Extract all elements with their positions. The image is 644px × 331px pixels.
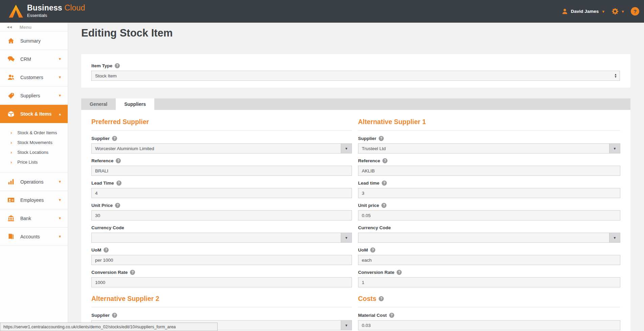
supplier-select[interactable]: Worcester Aluminium Limited▼ <box>91 143 352 153</box>
sidebar-item-label: CRM <box>20 56 31 62</box>
help-icon[interactable]: ? <box>116 181 121 186</box>
dropdown-button[interactable]: ▼ <box>341 321 352 330</box>
help-icon[interactable]: ? <box>382 158 387 163</box>
uom-input[interactable]: per 1000 <box>91 255 352 265</box>
bar-chart-icon <box>7 178 15 185</box>
sidebar-item-accounts[interactable]: Accounts▼ <box>0 228 68 246</box>
help-icon[interactable]: ? <box>379 136 384 141</box>
sidebar-item-customers[interactable]: Customers▼ <box>0 68 68 87</box>
caret-down-icon: ▼ <box>613 147 617 150</box>
dropdown-button[interactable]: ▼ <box>609 144 620 153</box>
tab-general[interactable]: General <box>81 98 116 110</box>
help-button[interactable]: ? <box>631 7 639 16</box>
lead-time-input[interactable]: 4 <box>91 188 352 198</box>
sidebar-item-operations[interactable]: Operations▼ <box>0 173 68 191</box>
reference-input[interactable]: AKLIB <box>358 166 620 176</box>
field-currency-code: Currency Code▼ <box>358 224 620 243</box>
box-icon <box>7 111 15 118</box>
field-label: Unit price? <box>358 202 620 208</box>
app-header: Business Cloud Essentials David James ▼ … <box>0 0 644 23</box>
chevron-down-icon: ▼ <box>601 9 605 14</box>
tab-suppliers[interactable]: Suppliers <box>116 98 154 110</box>
help-icon[interactable]: ? <box>112 313 117 318</box>
lead-time-input[interactable]: 3 <box>358 188 620 198</box>
supplier-select[interactable]: Trusteel Ltd▼ <box>358 143 620 153</box>
help-icon[interactable]: ? <box>130 270 135 275</box>
dropdown-button[interactable]: ▼ <box>609 233 620 242</box>
dropdown-button[interactable]: ▼ <box>341 144 352 153</box>
help-icon[interactable]: ? <box>104 247 109 253</box>
item-type-label: Item Type? <box>91 63 620 69</box>
help-icon[interactable]: ? <box>115 63 120 68</box>
sidebar-item-label: Employees <box>20 197 44 203</box>
help-icon[interactable]: ? <box>112 136 117 141</box>
page-title: Editing Stock Item <box>81 27 173 39</box>
chevron-down-icon: ▼ <box>58 75 62 79</box>
chevron-up-icon: ▲ <box>58 112 62 116</box>
field-label: Lead time? <box>358 180 620 186</box>
field-conversion-rate: Conversion Rate?1 <box>358 269 620 287</box>
material-cost-input[interactable]: 0.03 <box>358 320 620 330</box>
suppliers-tab-panel: Preferred Supplier Supplier?Worcester Al… <box>81 110 630 331</box>
chevron-down-icon: ▼ <box>58 180 62 184</box>
field-supplier: Supplier?Worcester Aluminium Limited▼ <box>91 135 352 153</box>
sidebar-subitem-stock-order-items[interactable]: ›Stock & Order Items <box>0 128 68 138</box>
sidebar-item-stock-items[interactable]: Stock & Items▲ <box>0 105 68 123</box>
divider <box>358 130 620 131</box>
sidebar-subitem-stock-locations[interactable]: ›Stock Locations <box>0 147 68 157</box>
sidebar-item-label: Customers <box>20 75 43 80</box>
sidebar-subitem-price-lists[interactable]: ›Price Lists <box>0 157 68 167</box>
gear-icon <box>611 7 619 15</box>
section-title: Preferred Supplier <box>91 118 352 126</box>
unit-price-input[interactable]: 0.05 <box>358 210 620 220</box>
help-icon[interactable]: ? <box>115 203 120 208</box>
help-icon[interactable]: ? <box>379 296 384 301</box>
book-icon <box>7 233 15 240</box>
chevron-right-icon: › <box>10 150 12 155</box>
help-icon[interactable]: ? <box>116 158 121 163</box>
sidebar-item-label: Summary <box>20 38 41 44</box>
uom-input[interactable]: each <box>358 255 620 265</box>
field-label: Currency Code <box>358 224 620 231</box>
chat-icon <box>7 55 15 63</box>
sidebar-item-label: Stock & Items <box>20 111 52 117</box>
field-label: Lead Time? <box>91 180 352 186</box>
field-lead-time: Lead time?3 <box>358 180 620 198</box>
chevron-down-icon: ▼ <box>58 235 62 238</box>
unit-price-input[interactable]: 30 <box>91 210 352 220</box>
help-icon[interactable]: ? <box>370 247 375 253</box>
user-menu[interactable]: David James ▼ <box>561 8 605 15</box>
sidebar-item-label: Suppliers <box>20 93 40 98</box>
field-supplier: Supplier?Trusteel Ltd▼ <box>358 135 620 153</box>
field-label: Conversion Rate? <box>91 269 352 275</box>
section-alternative-supplier-1: Alternative Supplier 1 Supplier?Trusteel… <box>358 118 620 291</box>
currency-code-select[interactable]: ▼ <box>91 233 352 243</box>
help-icon[interactable]: ? <box>389 313 394 318</box>
help-icon[interactable]: ? <box>381 203 386 208</box>
field-uom: UoM?per 1000 <box>91 247 352 265</box>
sidebar-item-crm[interactable]: CRM▼ <box>0 50 68 68</box>
conversion-rate-input[interactable]: 1 <box>358 277 620 287</box>
help-icon[interactable]: ? <box>382 181 387 186</box>
caret-down-icon: ▼ <box>345 236 348 240</box>
app-logo[interactable]: Business Cloud Essentials <box>9 4 85 18</box>
item-type-select[interactable]: Stock Item ▲▼ <box>91 71 620 81</box>
sidebar-item-employees[interactable]: Employees▼ <box>0 191 68 209</box>
divider <box>358 307 620 307</box>
reference-input[interactable]: BRALI <box>91 166 352 176</box>
sidebar-item-summary[interactable]: Summary <box>0 32 68 50</box>
help-icon[interactable]: ? <box>397 270 402 275</box>
collapse-sidebar-icon[interactable]: ◀◀ <box>7 25 12 29</box>
chevron-right-icon: › <box>10 130 12 135</box>
field-reference: Reference?BRALI <box>91 158 352 176</box>
users-icon <box>7 74 15 81</box>
sidebar-item-suppliers[interactable]: Suppliers▼ <box>0 87 68 105</box>
dropdown-button[interactable]: ▼ <box>341 233 352 242</box>
chevron-right-icon: › <box>10 140 12 145</box>
currency-code-select[interactable]: ▼ <box>358 233 620 243</box>
select-stepper-icon: ▲▼ <box>614 71 617 80</box>
sidebar-subitem-stock-movements[interactable]: ›Stock Movements <box>0 138 68 147</box>
sidebar-item-bank[interactable]: Bank▼ <box>0 209 68 228</box>
conversion-rate-input[interactable]: 1000 <box>91 277 352 287</box>
settings-menu[interactable]: ▼ <box>611 7 625 15</box>
